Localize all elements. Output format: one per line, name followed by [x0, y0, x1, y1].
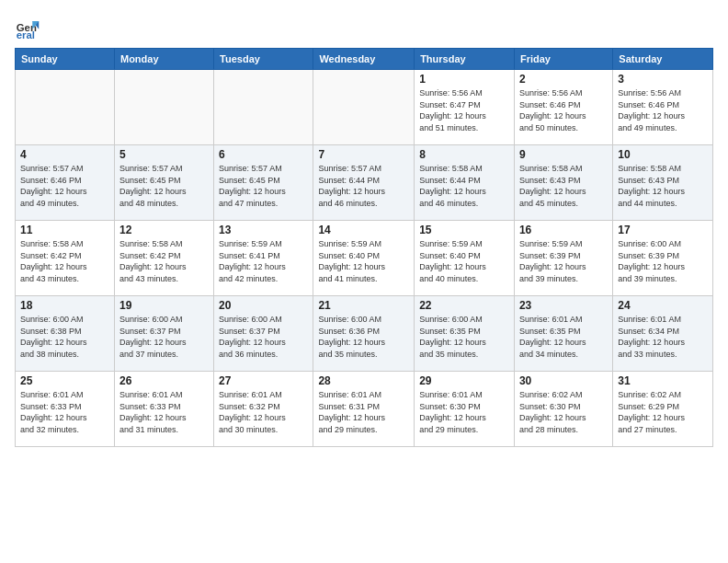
day-info: Sunrise: 6:01 AM Sunset: 6:33 PM Dayligh…: [119, 389, 209, 435]
calendar-cell: 5Sunrise: 5:57 AM Sunset: 6:45 PM Daylig…: [114, 145, 213, 221]
day-info: Sunrise: 6:01 AM Sunset: 6:30 PM Dayligh…: [419, 389, 509, 435]
day-info: Sunrise: 6:01 AM Sunset: 6:34 PM Dayligh…: [618, 314, 708, 360]
day-info: Sunrise: 5:58 AM Sunset: 6:42 PM Dayligh…: [119, 238, 209, 284]
day-info: Sunrise: 6:00 AM Sunset: 6:39 PM Dayligh…: [618, 238, 708, 284]
calendar-cell: 9Sunrise: 5:58 AM Sunset: 6:43 PM Daylig…: [514, 145, 612, 221]
day-info: Sunrise: 5:57 AM Sunset: 6:44 PM Dayligh…: [318, 163, 409, 209]
calendar-week-row: 4Sunrise: 5:57 AM Sunset: 6:46 PM Daylig…: [16, 145, 713, 221]
day-number: 26: [119, 374, 209, 387]
day-number: 19: [119, 299, 209, 312]
day-number: 8: [419, 148, 509, 161]
calendar-cell: 22Sunrise: 6:00 AM Sunset: 6:35 PM Dayli…: [415, 296, 515, 372]
calendar-table: SundayMondayTuesdayWednesdayThursdayFrid…: [15, 48, 713, 447]
calendar-cell: 30Sunrise: 6:02 AM Sunset: 6:30 PM Dayli…: [514, 372, 612, 447]
weekday-header-thursday: Thursday: [415, 49, 515, 70]
day-info: Sunrise: 5:57 AM Sunset: 6:45 PM Dayligh…: [219, 163, 308, 209]
day-info: Sunrise: 6:01 AM Sunset: 6:33 PM Dayligh…: [20, 389, 109, 435]
calendar-cell: 11Sunrise: 5:58 AM Sunset: 6:42 PM Dayli…: [16, 221, 115, 296]
day-number: 17: [618, 224, 708, 236]
calendar-cell: 1Sunrise: 5:56 AM Sunset: 6:47 PM Daylig…: [415, 70, 515, 145]
day-number: 5: [119, 148, 209, 161]
day-info: Sunrise: 5:58 AM Sunset: 6:44 PM Dayligh…: [419, 163, 509, 209]
day-number: 4: [20, 148, 109, 161]
calendar-cell: 31Sunrise: 6:02 AM Sunset: 6:29 PM Dayli…: [613, 372, 713, 447]
day-info: Sunrise: 5:58 AM Sunset: 6:42 PM Dayligh…: [20, 238, 109, 284]
day-number: 16: [519, 224, 608, 236]
day-info: Sunrise: 5:58 AM Sunset: 6:43 PM Dayligh…: [618, 163, 708, 209]
day-number: 27: [219, 374, 308, 387]
day-info: Sunrise: 5:58 AM Sunset: 6:43 PM Dayligh…: [519, 163, 608, 209]
weekday-header-saturday: Saturday: [613, 49, 713, 70]
logo: Gen eral: [15, 15, 44, 40]
day-info: Sunrise: 5:59 AM Sunset: 6:39 PM Dayligh…: [519, 238, 608, 284]
calendar-cell: 8Sunrise: 5:58 AM Sunset: 6:44 PM Daylig…: [415, 145, 515, 221]
calendar-cell: 20Sunrise: 6:00 AM Sunset: 6:37 PM Dayli…: [214, 296, 313, 372]
day-info: Sunrise: 6:02 AM Sunset: 6:29 PM Dayligh…: [618, 389, 708, 435]
day-number: 28: [318, 374, 409, 387]
day-info: Sunrise: 5:59 AM Sunset: 6:41 PM Dayligh…: [219, 238, 308, 284]
calendar-cell: 14Sunrise: 5:59 AM Sunset: 6:40 PM Dayli…: [313, 221, 415, 296]
day-info: Sunrise: 5:56 AM Sunset: 6:46 PM Dayligh…: [618, 87, 708, 133]
calendar-cell: 27Sunrise: 6:01 AM Sunset: 6:32 PM Dayli…: [214, 372, 313, 447]
day-number: 30: [519, 374, 608, 387]
weekday-header-monday: Monday: [114, 49, 213, 70]
day-number: 12: [119, 224, 209, 236]
weekday-header-sunday: Sunday: [16, 49, 115, 70]
day-number: 24: [618, 299, 708, 312]
calendar-week-row: 18Sunrise: 6:00 AM Sunset: 6:38 PM Dayli…: [16, 296, 713, 372]
day-info: Sunrise: 5:59 AM Sunset: 6:40 PM Dayligh…: [419, 238, 509, 284]
calendar-cell: [114, 70, 213, 145]
calendar-cell: 10Sunrise: 5:58 AM Sunset: 6:43 PM Dayli…: [613, 145, 713, 221]
day-number: 3: [618, 73, 708, 86]
calendar-cell: 23Sunrise: 6:01 AM Sunset: 6:35 PM Dayli…: [514, 296, 612, 372]
calendar-week-row: 11Sunrise: 5:58 AM Sunset: 6:42 PM Dayli…: [16, 221, 713, 296]
day-info: Sunrise: 5:57 AM Sunset: 6:46 PM Dayligh…: [20, 163, 109, 209]
weekday-header-friday: Friday: [514, 49, 612, 70]
weekday-header-tuesday: Tuesday: [214, 49, 313, 70]
calendar-cell: 3Sunrise: 5:56 AM Sunset: 6:46 PM Daylig…: [613, 70, 713, 145]
day-info: Sunrise: 6:00 AM Sunset: 6:38 PM Dayligh…: [20, 314, 109, 360]
calendar-cell: 13Sunrise: 5:59 AM Sunset: 6:41 PM Dayli…: [214, 221, 313, 296]
day-number: 31: [618, 374, 708, 387]
day-number: 1: [419, 73, 509, 86]
calendar-cell: 19Sunrise: 6:00 AM Sunset: 6:37 PM Dayli…: [114, 296, 213, 372]
day-info: Sunrise: 5:56 AM Sunset: 6:46 PM Dayligh…: [519, 87, 608, 133]
calendar-cell: 17Sunrise: 6:00 AM Sunset: 6:39 PM Dayli…: [613, 221, 713, 296]
calendar-cell: 12Sunrise: 5:58 AM Sunset: 6:42 PM Dayli…: [114, 221, 213, 296]
day-number: 15: [419, 224, 509, 236]
day-number: 2: [519, 73, 608, 86]
logo-icon: Gen eral: [15, 15, 40, 40]
day-number: 14: [318, 224, 409, 236]
calendar-cell: 28Sunrise: 6:01 AM Sunset: 6:31 PM Dayli…: [313, 372, 415, 447]
day-info: Sunrise: 6:02 AM Sunset: 6:30 PM Dayligh…: [519, 389, 608, 435]
page-header: Gen eral: [15, 15, 713, 40]
day-info: Sunrise: 6:01 AM Sunset: 6:32 PM Dayligh…: [219, 389, 308, 435]
calendar-cell: [313, 70, 415, 145]
calendar-cell: [16, 70, 115, 145]
weekday-header-row: SundayMondayTuesdayWednesdayThursdayFrid…: [16, 49, 713, 70]
day-info: Sunrise: 6:00 AM Sunset: 6:37 PM Dayligh…: [119, 314, 209, 360]
calendar-cell: [214, 70, 313, 145]
day-info: Sunrise: 6:00 AM Sunset: 6:37 PM Dayligh…: [219, 314, 308, 360]
day-info: Sunrise: 6:00 AM Sunset: 6:35 PM Dayligh…: [419, 314, 509, 360]
day-number: 23: [519, 299, 608, 312]
calendar-week-row: 25Sunrise: 6:01 AM Sunset: 6:33 PM Dayli…: [16, 372, 713, 447]
calendar-cell: 2Sunrise: 5:56 AM Sunset: 6:46 PM Daylig…: [514, 70, 612, 145]
day-info: Sunrise: 6:01 AM Sunset: 6:31 PM Dayligh…: [318, 389, 409, 435]
calendar-cell: 4Sunrise: 5:57 AM Sunset: 6:46 PM Daylig…: [16, 145, 115, 221]
day-number: 18: [20, 299, 109, 312]
calendar-cell: 24Sunrise: 6:01 AM Sunset: 6:34 PM Dayli…: [613, 296, 713, 372]
day-number: 11: [20, 224, 109, 236]
day-number: 7: [318, 148, 409, 161]
calendar-cell: 25Sunrise: 6:01 AM Sunset: 6:33 PM Dayli…: [16, 372, 115, 447]
weekday-header-wednesday: Wednesday: [313, 49, 415, 70]
day-number: 22: [419, 299, 509, 312]
day-number: 6: [219, 148, 308, 161]
calendar-cell: 18Sunrise: 6:00 AM Sunset: 6:38 PM Dayli…: [16, 296, 115, 372]
day-info: Sunrise: 6:01 AM Sunset: 6:35 PM Dayligh…: [519, 314, 608, 360]
day-number: 29: [419, 374, 509, 387]
day-number: 13: [219, 224, 308, 236]
calendar-week-row: 1Sunrise: 5:56 AM Sunset: 6:47 PM Daylig…: [16, 70, 713, 145]
day-info: Sunrise: 5:57 AM Sunset: 6:45 PM Dayligh…: [119, 163, 209, 209]
day-number: 25: [20, 374, 109, 387]
